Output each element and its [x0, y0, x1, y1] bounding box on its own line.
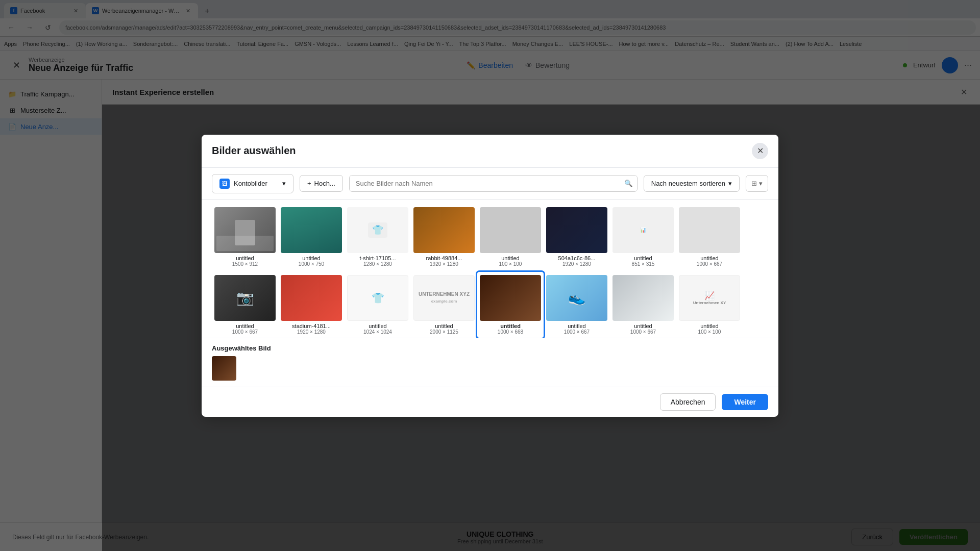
image-label-6: 504a1c6c-86...: [558, 255, 596, 261]
upload-label: Hoch...: [314, 180, 335, 187]
image-item-13[interactable]: untitled 1000 × 668: [477, 272, 544, 338]
image-size-5: 100 × 100: [499, 261, 522, 267]
image-size-8: 1000 × 667: [697, 261, 722, 267]
image-label-2: untitled: [302, 255, 320, 261]
image-thumb-13: [480, 275, 541, 321]
image-label-16: untitled: [700, 323, 718, 329]
sort-dropdown[interactable]: Nach neuestem sortieren ▾: [644, 175, 740, 192]
image-thumb-10: [281, 275, 342, 321]
image-size-3: 1280 × 1280: [363, 261, 392, 267]
image-label-12: untitled: [435, 323, 453, 329]
image-label-5: untitled: [501, 255, 519, 261]
image-thumb-3: 👕: [347, 207, 408, 253]
image-label-4: rabbit-49884...: [426, 255, 462, 261]
image-item-6[interactable]: 504a1c6c-86... 1920 × 1280: [544, 204, 610, 270]
modal-close-button[interactable]: ✕: [752, 143, 768, 159]
image-grid-row1: untitled 1500 × 912 untitled 1000 × 750 …: [202, 200, 778, 270]
image-size-16: 100 × 100: [698, 329, 721, 335]
image-item-3[interactable]: 👕 t-shirt-17105... 1280 × 1280: [345, 204, 411, 270]
modal-header: Bilder auswählen ✕: [202, 135, 778, 168]
image-label-3: t-shirt-17105...: [360, 255, 396, 261]
upload-button[interactable]: + Hoch...: [300, 175, 343, 192]
image-size-9: 1000 × 667: [232, 329, 258, 335]
image-item-14[interactable]: 👟 untitled 1000 × 667: [544, 272, 610, 338]
selected-image-section: Ausgewähltes Bild: [202, 338, 778, 387]
image-thumb-15: [612, 275, 674, 321]
kontobilder-label: Kontobilder: [234, 180, 267, 187]
image-thumb-16: 📈 Unternehmen XY: [679, 275, 740, 321]
image-label-7: untitled: [634, 255, 652, 261]
image-thumb-6: [546, 207, 607, 253]
image-thumb-5: [480, 207, 541, 253]
filter-chevron-icon: ▾: [759, 180, 763, 187]
image-label-10: stadium-4181...: [292, 323, 331, 329]
image-thumb-8: [679, 207, 740, 253]
image-label-11: untitled: [369, 323, 386, 329]
modal-backdrop: Bilder auswählen ✕ 🖼 Kontobilder ▾ + Hoc…: [0, 0, 980, 551]
image-size-7: 851 × 315: [632, 261, 655, 267]
dropdown-chevron-icon: ▾: [282, 180, 286, 187]
cancel-button[interactable]: Abbrechen: [660, 393, 716, 411]
image-item-16[interactable]: 📈 Unternehmen XY untitled 100 × 100: [676, 272, 743, 338]
image-size-1: 1500 × 912: [232, 261, 258, 267]
filter-button[interactable]: ⊞ ▾: [746, 175, 768, 192]
image-search-input[interactable]: [350, 176, 620, 191]
image-item-4[interactable]: rabbit-49884... 1920 × 1280: [411, 204, 477, 270]
selected-section-label: Ausgewähltes Bild: [212, 344, 768, 352]
image-size-13: 1000 × 668: [498, 329, 523, 335]
image-label-1: untitled: [236, 255, 254, 261]
image-item-7[interactable]: 📊 untitled 851 × 315: [610, 204, 676, 270]
image-size-14: 1000 × 667: [564, 329, 590, 335]
image-item-15[interactable]: untitled 1000 × 667: [610, 272, 676, 338]
image-size-15: 1000 × 667: [630, 329, 656, 335]
image-size-11: 1024 × 1024: [363, 329, 392, 335]
image-item-11[interactable]: 👕 untitled 1024 × 1024: [345, 272, 411, 338]
sort-chevron-icon: ▾: [728, 180, 732, 187]
image-thumb-1: [214, 207, 276, 253]
image-search-bar: 🔍: [349, 175, 638, 192]
image-size-4: 1920 × 1280: [430, 261, 458, 267]
upload-plus-icon: +: [307, 180, 311, 187]
image-thumb-14: 👟: [546, 275, 607, 321]
image-select-modal: Bilder auswählen ✕ 🖼 Kontobilder ▾ + Hoc…: [202, 135, 778, 417]
image-item-12[interactable]: UNTERNEHMEN XYZexample.com untitled 2000…: [411, 272, 477, 338]
image-thumb-7: 📊: [612, 207, 674, 253]
filter-icon: ⊞: [751, 180, 757, 187]
modal-title: Bilder auswählen: [212, 145, 296, 157]
search-icon-button[interactable]: 🔍: [620, 176, 637, 191]
image-size-12: 2000 × 1125: [430, 329, 458, 335]
image-label-15: untitled: [634, 323, 652, 329]
image-item-2[interactable]: untitled 1000 × 750: [278, 204, 345, 270]
image-grid-row2: 📷 untitled 1000 × 667 stadium-4181... 19…: [202, 270, 778, 338]
image-size-6: 1920 × 1280: [562, 261, 591, 267]
image-item-1[interactable]: untitled 1500 × 912: [212, 204, 278, 270]
image-thumb-11: 👕: [347, 275, 408, 321]
kontobilder-icon: 🖼: [219, 179, 230, 189]
modal-toolbar: 🖼 Kontobilder ▾ + Hoch... 🔍 Nach neueste…: [202, 168, 778, 200]
image-size-2: 1000 × 750: [299, 261, 324, 267]
image-item-10[interactable]: stadium-4181... 1920 × 1280: [278, 272, 345, 338]
sort-label: Nach neuestem sortieren: [651, 180, 725, 187]
image-item-5[interactable]: untitled 100 × 100: [477, 204, 544, 270]
modal-footer: Abbrechen Weiter: [202, 387, 778, 417]
kontobilder-dropdown[interactable]: 🖼 Kontobilder ▾: [212, 174, 293, 193]
image-label-9: untitled: [236, 323, 254, 329]
image-label-14: untitled: [568, 323, 585, 329]
image-size-10: 1920 × 1280: [297, 329, 326, 335]
image-label-8: untitled: [700, 255, 718, 261]
selected-image-thumb: [212, 356, 236, 381]
weiter-button[interactable]: Weiter: [722, 394, 768, 410]
image-label-13: untitled: [500, 323, 521, 329]
image-item-8[interactable]: untitled 1000 × 667: [676, 204, 743, 270]
image-thumb-9: 📷: [214, 275, 276, 321]
image-thumb-2: [281, 207, 342, 253]
image-thumb-4: [413, 207, 475, 253]
image-thumb-12: UNTERNEHMEN XYZexample.com: [413, 275, 475, 321]
image-item-9[interactable]: 📷 untitled 1000 × 667: [212, 272, 278, 338]
